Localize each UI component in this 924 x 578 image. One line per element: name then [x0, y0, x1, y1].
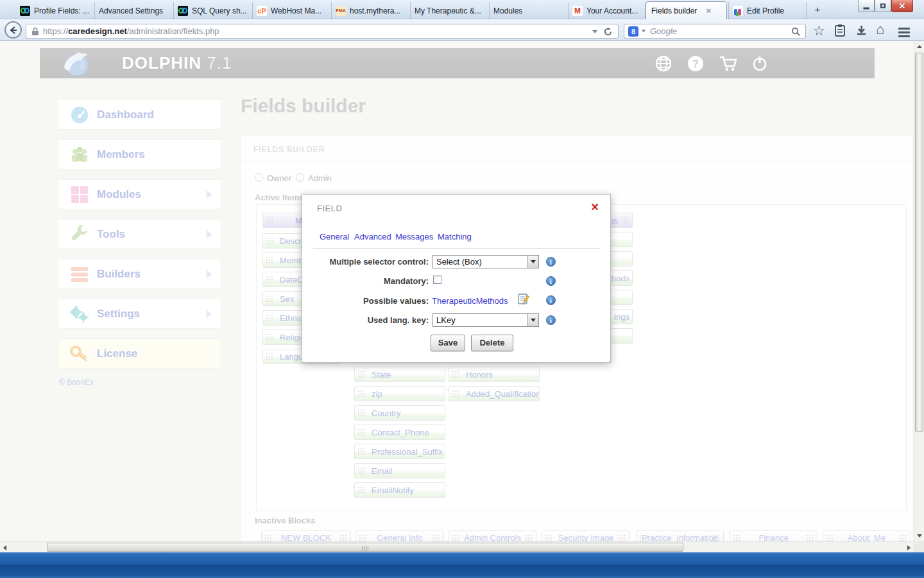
google-search-icon: 8 [628, 26, 638, 37]
url-dropdown-icon[interactable] [592, 30, 597, 33]
tab-webhost-manager[interactable]: cP WebHost Ma... [253, 2, 332, 19]
dropdown-arrow-icon [531, 260, 536, 263]
modal-close-icon[interactable]: × [591, 200, 599, 215]
vertical-scrollbar[interactable] [914, 41, 924, 541]
lang-key-label: Used lang. key: [302, 315, 429, 325]
menu-hamburger-icon[interactable] [898, 26, 910, 39]
page-viewport: DOLPHIN 7.1 ? Dashboard Members [0, 41, 914, 541]
window-minimize-button[interactable] [858, 0, 875, 12]
downloads-icon[interactable] [856, 25, 867, 36]
delete-button[interactable]: Delete [471, 335, 513, 351]
mandatory-label: Mandatory: [302, 276, 429, 286]
home-icon[interactable]: ⌂ [876, 22, 884, 37]
back-button[interactable] [4, 21, 22, 39]
url-domain: caredesign.net [68, 26, 127, 36]
horizontal-scrollbar[interactable] [0, 541, 914, 552]
modal-tab-matching[interactable]: Matching [438, 232, 472, 241]
restore-icon [880, 4, 886, 8]
dropdown-arrow-button[interactable] [527, 256, 538, 268]
reload-icon[interactable] [603, 27, 613, 37]
tab-label: SQL Query sh... [192, 6, 247, 15]
search-placeholder: Google [650, 26, 677, 36]
modal-tab-general[interactable]: General [320, 232, 349, 241]
swirl-favicon [20, 6, 30, 16]
select-value: Select (Box) [436, 257, 482, 267]
search-bar[interactable]: 8 Google [624, 24, 806, 39]
screen: Profile Fields: ... Advanced Settings SQ… [0, 0, 924, 578]
edit-values-icon[interactable] [518, 293, 529, 304]
download-arrow-icon [856, 25, 867, 36]
modal-tab-messages[interactable]: Messages [395, 232, 433, 241]
modal-tab-advanced[interactable]: Advanced [354, 232, 391, 241]
field-modal: FIELD × General Advanced Messages Matchi… [302, 194, 611, 363]
tab-profile-fields[interactable]: Profile Fields: ... [16, 2, 95, 19]
search-engine-dropdown-icon[interactable] [642, 30, 646, 33]
tab-label: Your Account... [586, 6, 638, 15]
save-button[interactable]: Save [431, 335, 465, 351]
window-close-button[interactable]: ✕ [891, 0, 913, 12]
tab-my-therapeutic[interactable]: My Therapeutic &... [411, 2, 490, 19]
scrollbar-corner [914, 541, 924, 552]
cpanel-favicon: cP [257, 6, 267, 16]
scroll-up-icon[interactable] [917, 45, 922, 48]
info-icon[interactable]: i [546, 257, 556, 267]
bookmarks-panel-icon[interactable] [835, 24, 845, 37]
lang-key-select[interactable]: LKey [432, 313, 539, 327]
selector-control-label: Multiple selector control: [302, 257, 429, 267]
back-arrow-icon [9, 26, 18, 35]
gmail-favicon: M [572, 6, 583, 16]
scroll-down-icon[interactable] [917, 534, 922, 538]
new-tab-button[interactable]: + [809, 4, 826, 17]
tab-edit-profile[interactable]: Edit Profile [728, 2, 807, 19]
tab-label: WebHost Ma... [271, 6, 321, 15]
select-value: LKey [436, 315, 456, 325]
tab-label: Edit Profile [747, 6, 784, 15]
tab-label: Profile Fields: ... [34, 6, 89, 15]
tab-advanced-settings[interactable]: Advanced Settings [95, 2, 174, 19]
magnifier-icon[interactable] [791, 27, 801, 37]
selector-control-select[interactable]: Select (Box) [432, 255, 539, 268]
mandatory-checkbox[interactable] [433, 276, 441, 284]
tab-sql-query[interactable]: SQL Query sh... [174, 2, 253, 19]
close-icon: ✕ [899, 1, 906, 11]
bookmark-star-icon[interactable]: ☆ [813, 24, 825, 38]
url-bar[interactable]: https://caredesign.net/administration/fi… [26, 24, 619, 39]
taskbar [0, 552, 924, 578]
scroll-right-icon[interactable] [907, 545, 911, 550]
clipboard-icon [835, 24, 845, 37]
tab-label: host.mythera... [350, 6, 400, 15]
info-icon[interactable]: i [546, 276, 556, 286]
info-icon[interactable]: i [546, 315, 556, 325]
dropdown-arrow-icon [531, 319, 536, 322]
dropdown-arrow-button[interactable] [527, 314, 538, 326]
tab-label: My Therapeutic &... [415, 6, 481, 15]
tab-label: Advanced Settings [99, 6, 163, 15]
tab-phpmyadmin[interactable]: PMA host.mythera... [332, 2, 411, 19]
scroll-grip [362, 546, 368, 552]
modal-title: FIELD [317, 204, 342, 213]
tab-label: Fields builder [651, 6, 697, 15]
modal-tabs-divider [313, 249, 601, 249]
tab-close-icon[interactable]: × [706, 6, 711, 15]
window-restore-button[interactable] [875, 0, 891, 12]
tab-your-account[interactable]: M Your Account... [569, 2, 646, 19]
swirl-favicon [178, 6, 188, 16]
browser-titlebar: Profile Fields: ... Advanced Settings SQ… [0, 0, 924, 19]
possible-values-link[interactable]: TherapeuticMethods [432, 296, 508, 306]
vertical-scroll-thumb[interactable] [915, 53, 923, 432]
scroll-left-icon[interactable] [3, 545, 6, 550]
horizontal-scroll-thumb[interactable] [47, 543, 683, 552]
lock-icon [31, 27, 39, 36]
url-path: /administration/fields.php [127, 26, 219, 36]
people-favicon [733, 6, 743, 16]
tab-label: Modules [493, 6, 522, 15]
tab-modules[interactable]: Modules [490, 2, 569, 19]
url-scheme: https:// [43, 26, 68, 36]
phpmyadmin-favicon: PMA [336, 6, 346, 16]
tab-fields-builder-active[interactable]: Fields builder × [646, 1, 727, 19]
possible-values-label: Possible values: [302, 296, 429, 306]
info-icon[interactable]: i [546, 295, 556, 305]
minimize-icon [864, 8, 869, 10]
